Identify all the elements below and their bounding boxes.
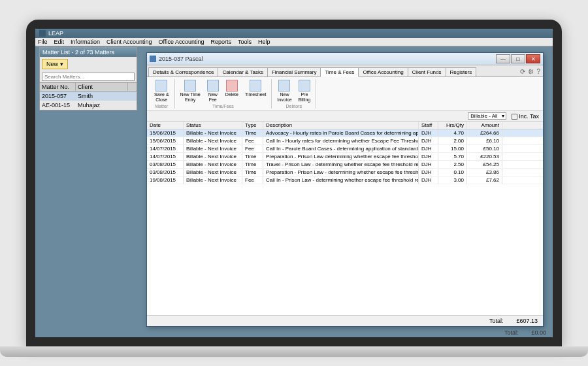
screen: LEAP File Edit Information Client Accoun… (35, 29, 553, 337)
search-matters-input[interactable] (42, 73, 135, 81)
tab-registers[interactable]: Registers (446, 67, 477, 76)
pre-billing-button[interactable]: Pre Billing (297, 79, 312, 103)
total-label: Total: (489, 318, 504, 324)
menu-help[interactable]: Help (258, 39, 270, 45)
matter-list-panel: Matter List - 2 of 73 Matters New ▾ Matt… (39, 47, 137, 110)
dialog-icon (150, 56, 156, 62)
grid-row[interactable]: 14/07/2015Billable - Next InvoiceFeeCall… (147, 145, 543, 153)
tab-details[interactable]: Details & Correspondence (148, 67, 218, 76)
tab-client-funds[interactable]: Client Funds (408, 67, 446, 76)
new-time-entry-button[interactable]: New Time Entry (179, 79, 202, 103)
inc-tax-label[interactable]: Inc. Tax (512, 113, 539, 120)
tab-office-acct[interactable]: Office Accounting (358, 67, 408, 76)
prebill-icon (299, 80, 310, 92)
col-description[interactable]: Description (263, 122, 419, 129)
col-client[interactable]: Client (76, 83, 128, 91)
tab-financial[interactable]: Financial Summary (267, 67, 321, 76)
new-fee-button[interactable]: New Fee (206, 79, 220, 103)
refresh-icon[interactable]: ⟳ (520, 68, 525, 75)
delete-button[interactable]: Delete (224, 79, 240, 98)
grid-row[interactable]: 03/08/2015Billable - Next InvoiceTimePre… (147, 169, 543, 176)
new-invoice-button[interactable]: New Invoice (276, 79, 293, 103)
col-status[interactable]: Status (184, 122, 242, 129)
grid-row[interactable]: 15/06/2015Billable - Next InvoiceFeeCall… (147, 137, 543, 145)
filter-bar: Billable - All Inc. Tax (147, 111, 543, 122)
menu-edit[interactable]: Edit (54, 39, 65, 45)
col-matter-no[interactable]: Matter No. (40, 83, 76, 91)
timesheet-button[interactable]: Timesheet (244, 79, 267, 98)
inc-tax-checkbox[interactable] (512, 114, 517, 120)
col-type[interactable]: Type (242, 122, 263, 129)
menu-tools[interactable]: Tools (238, 39, 252, 45)
matter-list-header: Matter No. Client (40, 82, 137, 92)
close-button[interactable]: ✕ (526, 54, 540, 63)
grid-row[interactable]: 15/06/2015Billable - Next InvoiceTimeAdv… (147, 129, 543, 137)
maximize-button[interactable]: □ (511, 54, 525, 63)
col-staff[interactable]: Staff (419, 122, 438, 129)
invoice-icon (278, 80, 290, 92)
minimize-button[interactable]: — (496, 54, 510, 63)
menu-information[interactable]: Information (71, 39, 100, 45)
dialog-titlebar[interactable]: 2015-037 Pascal — □ ✕ (147, 53, 543, 65)
laptop-frame: LEAP File Edit Information Client Accoun… (26, 20, 562, 346)
clock-icon (184, 80, 196, 92)
delete-icon (226, 80, 238, 92)
menu-file[interactable]: File (38, 39, 48, 45)
col-amount[interactable]: Amount (467, 122, 502, 129)
col-hrs[interactable]: Hrs/Qty (438, 122, 467, 129)
menubar: File Edit Information Client Accounting … (35, 38, 553, 46)
dialog-tabs: Details & Correspondence Calendar & Task… (147, 65, 543, 77)
gear-icon[interactable]: ⚙ (528, 68, 534, 75)
fee-icon (207, 80, 219, 92)
ribbon: Save & Close Matter New Time Entry New F… (147, 77, 543, 111)
dialog-footer: Total: £607.13 (147, 315, 543, 326)
grid-header: Date Status Type Description Staff Hrs/Q… (147, 122, 543, 129)
grid-row[interactable]: 14/07/2015Billable - Next InvoiceTimePre… (147, 153, 543, 161)
menu-office-accounting[interactable]: Office Accounting (159, 39, 204, 45)
matter-dialog: 2015-037 Pascal — □ ✕ Details & Correspo… (146, 52, 544, 327)
matter-row[interactable]: AE-001-15 Muhajaz (40, 101, 137, 110)
ribbon-group-debtors: New Invoice Pre Billing Debtors (272, 79, 316, 108)
billable-filter-select[interactable]: Billable - All (468, 112, 506, 120)
matter-list-title: Matter List - 2 of 73 Matters (40, 48, 137, 57)
ribbon-group-matter: Save & Close Matter (149, 79, 175, 108)
grid-row[interactable]: 19/08/2015Billable - Next InvoiceFeeCall… (147, 176, 543, 184)
app-title-text: LEAP (48, 30, 63, 37)
menu-reports[interactable]: Reports (211, 39, 232, 45)
help-icon[interactable]: ? (536, 68, 540, 75)
matter-row[interactable]: 2015-057 Smith (40, 92, 137, 101)
tab-time-fees[interactable]: Time & Fees (320, 67, 359, 77)
menu-client-accounting[interactable]: Client Accounting (106, 39, 152, 45)
time-fees-grid[interactable]: Date Status Type Description Staff Hrs/Q… (147, 122, 543, 315)
col-date[interactable]: Date (147, 122, 184, 129)
bottom-status: Total: £0.00 (504, 329, 546, 336)
app-titlebar: LEAP (35, 29, 553, 38)
ribbon-group-timefees: New Time Entry New Fee Delete Timesheet … (175, 79, 272, 108)
save-icon (155, 80, 167, 92)
timesheet-icon (250, 80, 261, 92)
dialog-title-text: 2015-037 Pascal (159, 56, 493, 62)
grid-row[interactable]: 03/08/2015Billable - Next InvoiceTimeTra… (147, 161, 543, 169)
tab-calendar[interactable]: Calendar & Tasks (218, 67, 268, 76)
save-close-button[interactable]: Save & Close (153, 79, 171, 103)
new-matter-button[interactable]: New ▾ (42, 59, 68, 69)
total-value: £607.13 (516, 318, 538, 324)
